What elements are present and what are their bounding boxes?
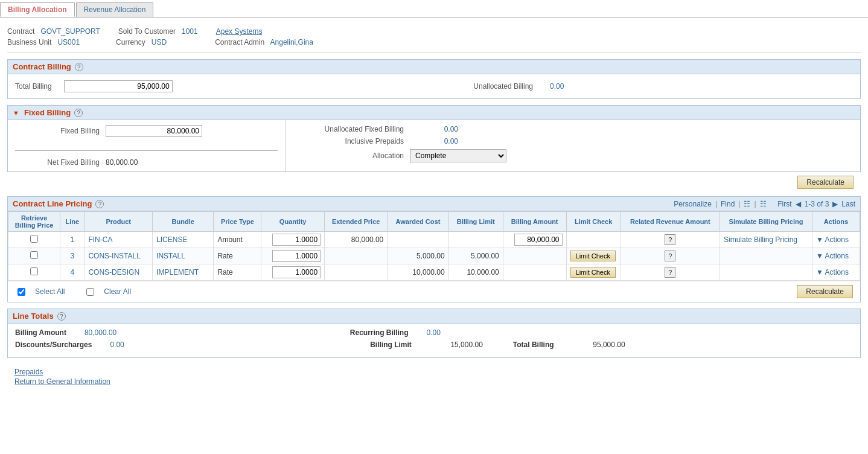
total-billing-label: Total Billing <box>513 340 554 349</box>
tab-revenue[interactable]: Revenue Allocation <box>76 2 154 17</box>
billing-amount-label: Billing Amount <box>15 328 66 337</box>
row3-actions-dropdown: ▼ Actions <box>816 268 856 277</box>
row3-actions-cell: ▼ Actions <box>812 264 860 281</box>
personalize-link[interactable]: Personalize <box>674 200 712 208</box>
fixed-billing-title: Fixed Billing <box>24 108 71 117</box>
fixed-billing-layout: Fixed Billing Net Fixed Billing 80,000.0… <box>8 120 860 171</box>
row1-product[interactable]: FIN-CA <box>85 232 153 248</box>
row1-awarded-cost <box>388 232 448 248</box>
row1-bundle[interactable]: LICENSE <box>153 232 214 248</box>
row3-billing-amount <box>503 264 566 281</box>
prev-icon[interactable]: ◀ <box>796 200 801 208</box>
col-billing-amount: Billing Amount <box>503 212 566 232</box>
fixed-billing-input[interactable] <box>106 125 202 137</box>
row3-bundle[interactable]: IMPLEMENT <box>153 264 214 281</box>
next-icon[interactable]: ▶ <box>832 200 838 208</box>
col-extended-price: Extended Price <box>325 212 388 232</box>
total-billing-value: 95,000.00 <box>577 340 625 349</box>
row2-billing-limit: 5,000.00 <box>448 248 503 264</box>
chart-icon[interactable]: ☷ <box>760 200 767 208</box>
row1-quantity-input[interactable] <box>272 234 321 246</box>
grid-view-icon[interactable]: ☷ <box>744 200 750 208</box>
row3-help-button[interactable]: ? <box>665 267 675 278</box>
fixed-recalculate-button[interactable]: Recalculate <box>797 176 854 189</box>
row2-line[interactable]: 3 <box>60 248 85 264</box>
sold-to-group: Sold To Customer 1001 <box>118 27 198 36</box>
fixed-billing-left: Fixed Billing Net Fixed Billing 80,000.0… <box>8 120 286 171</box>
row1-actions-dropdown: ▼ Actions <box>816 235 856 244</box>
row1-actions-link[interactable]: ▼ Actions <box>816 235 849 244</box>
row1-simulate-link[interactable]: Simulate Billing Pricing <box>724 235 797 244</box>
inclusive-prepaids-value: 0.00 <box>410 137 458 145</box>
totals-row-1: Billing Amount 80,000.00 Recurring Billi… <box>15 328 853 337</box>
fixed-billing-label: Fixed Billing <box>15 127 100 135</box>
row2-bundle[interactable]: INSTALL <box>153 248 214 264</box>
billing-amount-value: 80,000.00 <box>85 328 116 337</box>
clear-all-checkbox[interactable] <box>86 288 94 296</box>
table-help-icon[interactable]: ? <box>95 200 104 208</box>
tab-billing[interactable]: Billing Allocation <box>0 2 75 17</box>
row3-help-btn-cell: ? <box>621 264 720 281</box>
row1-billing-amount-input[interactable] <box>514 234 563 246</box>
contract-line-table: RetrieveBilling Price Line Product Bundl… <box>8 211 860 281</box>
unallocated-billing-value: 0.00 <box>550 82 564 91</box>
row2-actions-link[interactable]: ▼ Actions <box>816 252 849 260</box>
prepaids-link[interactable]: Prepaids <box>14 368 854 376</box>
fixed-billing-input-row: Fixed Billing <box>15 125 278 137</box>
row3-product[interactable]: CONS-DESIGN <box>85 264 153 281</box>
row3-limit-check-button[interactable]: Limit Check <box>570 267 616 278</box>
row3-quantity-input[interactable] <box>272 266 321 278</box>
first-link[interactable]: First <box>777 200 791 208</box>
row3-billing-limit: 10,000.00 <box>448 264 503 281</box>
row3-line[interactable]: 4 <box>60 264 85 281</box>
line-totals-title: Line Totals <box>13 312 54 321</box>
row3-checkbox[interactable] <box>30 267 38 275</box>
row2-checkbox[interactable] <box>30 251 38 259</box>
table-header-left: Contract Line Pricing ? <box>13 199 104 208</box>
collapse-icon[interactable]: ▼ <box>13 109 19 117</box>
row3-limit-check-cell: Limit Check <box>566 264 621 281</box>
tab-bar: Billing Allocation Revenue Allocation <box>0 0 868 18</box>
row1-line[interactable]: 1 <box>60 232 85 248</box>
unallocated-billing-label: Unallocated Billing <box>473 82 533 91</box>
table-header-bar: Contract Line Pricing ? Personalize | Fi… <box>8 197 860 211</box>
row1-checkbox[interactable] <box>30 235 38 243</box>
contract-value: GOVT_SUPPORT <box>40 27 100 36</box>
line-totals-help-icon[interactable]: ? <box>57 312 66 321</box>
row3-actions-link[interactable]: ▼ Actions <box>816 268 849 277</box>
select-all-checkbox[interactable] <box>18 288 25 296</box>
last-link[interactable]: Last <box>841 200 855 208</box>
clear-all-label[interactable]: Clear All <box>104 287 131 296</box>
allocation-label: Allocation <box>295 152 404 160</box>
row2-limit-check-button[interactable]: Limit Check <box>570 251 616 261</box>
table-header-row: RetrieveBilling Price Line Product Bundl… <box>8 212 860 232</box>
currency-value: USD <box>152 38 167 46</box>
billing-limit-value: 15,000.00 <box>435 340 483 349</box>
row2-quantity-input[interactable] <box>272 250 321 262</box>
business-unit-value: US001 <box>57 38 80 46</box>
col-actions: Actions <box>812 212 860 232</box>
select-all-label[interactable]: Select All <box>35 287 65 296</box>
contract-billing-help-icon[interactable]: ? <box>75 63 83 71</box>
row1-help-button[interactable]: ? <box>665 234 675 245</box>
footer-links: Prepaids Return to General Information <box>7 364 861 391</box>
row2-help-btn-cell: ? <box>621 248 720 264</box>
row3-simulate-cell <box>720 264 812 281</box>
unallocated-fixed-row: Unallocated Fixed Billing 0.00 <box>295 125 850 133</box>
fixed-billing-help-icon[interactable]: ? <box>74 109 83 117</box>
col-related-revenue: Related Revenue Amount <box>621 212 720 232</box>
row2-help-button[interactable]: ? <box>665 251 675 261</box>
row2-price-type: Rate <box>214 248 261 264</box>
billing-limit-label: Billing Limit <box>370 340 412 349</box>
col-price-type: Price Type <box>214 212 261 232</box>
total-billing-input[interactable] <box>64 80 173 92</box>
find-link[interactable]: Find <box>721 200 735 208</box>
row1-limit-check <box>566 232 621 248</box>
fixed-billing-body: Fixed Billing Net Fixed Billing 80,000.0… <box>8 120 860 171</box>
table-recalculate-button[interactable]: Recalculate <box>797 285 853 298</box>
return-link[interactable]: Return to General Information <box>14 377 854 386</box>
row2-product[interactable]: CONS-INSTALL <box>85 248 153 264</box>
line-totals-panel: Line Totals ? Billing Amount 80,000.00 R… <box>7 309 861 358</box>
customer-name-link[interactable]: Apex Systems <box>216 27 263 36</box>
allocation-select[interactable]: Complete Partial None <box>410 149 506 162</box>
